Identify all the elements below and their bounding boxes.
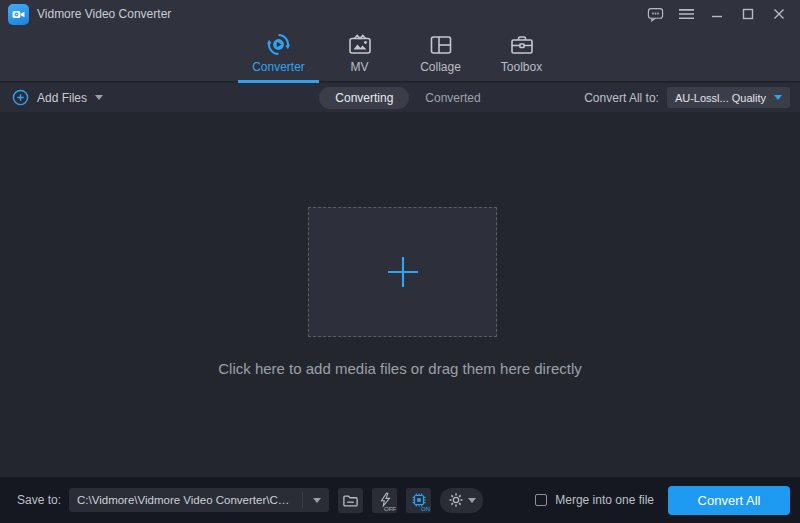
minimize-icon[interactable] (706, 4, 728, 24)
main-nav: Converter MV (0, 26, 800, 82)
path-divider (302, 492, 303, 508)
hardware-acceleration-state: OFF (384, 506, 396, 512)
app-logo-icon (8, 4, 29, 25)
merge-label: Merge into one file (555, 493, 654, 507)
tab-mv-label: MV (351, 60, 369, 74)
settings-chevron-down-icon (468, 498, 476, 503)
close-icon[interactable] (768, 4, 790, 24)
hardware-acceleration-button[interactable]: OFF (372, 488, 397, 513)
feedback-icon[interactable] (644, 4, 666, 24)
save-path-input[interactable] (69, 488, 297, 512)
window-controls (644, 4, 790, 24)
gpu-acceleration-state: ON (421, 506, 430, 512)
save-to-label: Save to: (17, 493, 61, 507)
convert-all-to: Convert All to: AU-Lossl... Quality (584, 83, 790, 112)
titlebar: Vidmore Video Converter (0, 0, 800, 28)
tab-collage-label: Collage (420, 60, 461, 74)
save-path-box (69, 488, 329, 512)
toolbox-icon (509, 31, 535, 58)
app-title: Vidmore Video Converter (37, 7, 171, 21)
collage-icon (428, 31, 454, 58)
open-folder-button[interactable] (338, 488, 363, 513)
maximize-icon[interactable] (737, 4, 759, 24)
format-chevron-down-icon (774, 95, 782, 100)
footer-right-group: Merge into one file Convert All (535, 486, 790, 515)
save-path-chevron-down-icon[interactable] (313, 498, 321, 503)
output-format-value: AU-Lossl... Quality (675, 92, 766, 104)
main-area: Click here to add media files or drag th… (0, 112, 800, 477)
header: Vidmore Video Converter (0, 0, 800, 82)
output-format-select[interactable]: AU-Lossl... Quality (667, 87, 790, 108)
tab-converted[interactable]: Converted (425, 91, 480, 105)
add-media-plus-icon (382, 251, 424, 293)
tab-converter-label: Converter (252, 60, 305, 74)
tab-toolbox-label: Toolbox (501, 60, 542, 74)
toolbar: Add Files Converting Converted Convert A… (0, 83, 800, 112)
tab-toolbox[interactable]: Toolbox (481, 26, 562, 82)
tab-converter[interactable]: Converter (238, 26, 319, 82)
mv-icon (347, 31, 373, 58)
tab-mv[interactable]: MV (319, 26, 400, 82)
convert-all-button[interactable]: Convert All (668, 486, 790, 515)
dropzone-hint: Click here to add media files or drag th… (0, 360, 800, 377)
merge-checkbox[interactable] (535, 494, 547, 506)
footer-bar: Save to: OFF ON (0, 477, 800, 523)
convert-all-to-label: Convert All to: (584, 91, 659, 105)
menu-icon[interactable] (675, 4, 697, 24)
app-window: Vidmore Video Converter (0, 0, 800, 523)
tab-converting[interactable]: Converting (319, 87, 409, 109)
tab-collage[interactable]: Collage (400, 26, 481, 82)
gpu-acceleration-button[interactable]: ON (406, 488, 431, 513)
settings-button[interactable] (440, 488, 483, 513)
converter-icon (265, 31, 292, 58)
media-dropzone[interactable] (308, 207, 497, 337)
